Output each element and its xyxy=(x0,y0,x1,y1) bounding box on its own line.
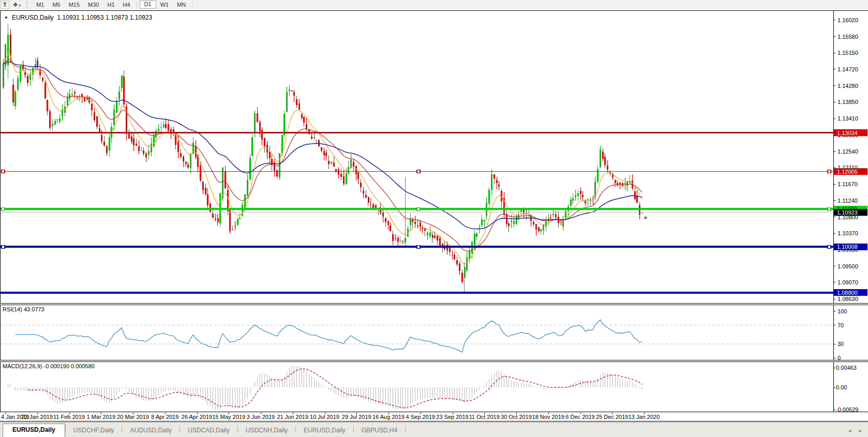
date-label: 23 Jan 2019 xyxy=(21,414,53,420)
price-tick-label: 1.13850 xyxy=(837,99,858,105)
price-tick-label: 1.11240 xyxy=(837,198,858,204)
line-handle[interactable] xyxy=(828,207,831,210)
line-handle[interactable] xyxy=(2,170,5,173)
macd-tick-label: -0.00529 xyxy=(836,406,858,412)
price-tick-label: 1.14280 xyxy=(837,83,858,89)
line-handle[interactable] xyxy=(417,170,420,173)
date-label: 30 Oct 2019 xyxy=(501,414,532,420)
chart-tab-gbpusd-h4[interactable]: GBPUSD,H4 xyxy=(354,425,405,437)
price-tick-label: 1.09500 xyxy=(837,263,858,269)
price-tick-label: 1.14720 xyxy=(837,66,858,72)
date-axis[interactable]: 4 Jan 201923 Jan 201911 Feb 20191 Mar 20… xyxy=(0,413,868,421)
date-label: 18 Nov 2019 xyxy=(532,414,564,420)
toolbar-separator xyxy=(137,2,138,8)
date-label: 10 Jul 2019 xyxy=(310,414,339,420)
svg-text:1.10923: 1.10923 xyxy=(837,209,858,216)
macd-tick-label: 0.00 xyxy=(836,384,847,390)
date-label: 16 Aug 2019 xyxy=(372,414,405,420)
timeframe-button-w1[interactable]: W1 xyxy=(156,1,173,8)
line-handle[interactable] xyxy=(828,245,831,248)
date-label: 11 Oct 2019 xyxy=(469,414,500,420)
toolbar-separator xyxy=(192,2,193,8)
price-tick-label: 1.13410 xyxy=(837,115,858,122)
chart-window: ▼ EURUSD,Daily 1.10931 1.10953 1.10873 1… xyxy=(0,10,868,421)
timeframe-button-m30[interactable]: M30 xyxy=(84,1,103,8)
top-toolbar: T ❖▾ M1M5M15M30H1H4D1W1MN xyxy=(0,0,868,9)
macd-indicator-label: MACD(12,26,9) -0.000190 0.000580 xyxy=(3,363,95,369)
svg-text:1.08800: 1.08800 xyxy=(837,290,858,296)
date-label: 20 Mar 2019 xyxy=(117,414,149,420)
line-handle[interactable] xyxy=(417,207,420,210)
chart-tab-usdcad-daily[interactable]: USDCAD,Daily xyxy=(180,425,237,437)
date-label: 3 Jun 2019 xyxy=(247,414,275,420)
price-tick-label: 1.16020 xyxy=(837,17,858,23)
date-label: 23 Sep 2019 xyxy=(436,414,468,420)
timeframe-button-group: M1M5M15M30H1H4D1W1MN xyxy=(32,1,190,9)
price-tick-label: 1.12540 xyxy=(837,148,858,155)
price-tick-label: 1.11670 xyxy=(837,181,858,187)
date-label: 8 Apr 2019 xyxy=(151,414,178,420)
price-tick-label: 1.15150 xyxy=(837,50,858,56)
chart-title: ▼ EURUSD,Daily 1.10931 1.10953 1.10873 1… xyxy=(4,14,152,21)
text-label-tool-icon[interactable]: T xyxy=(1,1,9,9)
date-label: 4 Sep 2019 xyxy=(406,414,435,420)
chart-tab-eurusd-daily[interactable]: EURUSD,Daily xyxy=(296,425,353,437)
main-price-chart[interactable]: 1.160201.155801.151501.147201.142801.138… xyxy=(0,11,868,304)
date-label: 26 Apr 2019 xyxy=(182,414,212,420)
date-label: 15 May 2019 xyxy=(212,414,245,420)
line-handle[interactable] xyxy=(828,170,831,173)
timeframe-button-m15[interactable]: M15 xyxy=(65,1,84,8)
chart-tab-audusd-daily[interactable]: AUDUSD,Daily xyxy=(122,425,179,437)
date-label: 11 Feb 2019 xyxy=(53,414,85,420)
svg-text:1.12005: 1.12005 xyxy=(837,169,858,175)
price-tick-label: 1.08630 xyxy=(837,296,858,302)
tab-scroll-left-icon[interactable]: ◄ xyxy=(847,428,852,433)
date-label: 29 Jul 2019 xyxy=(342,414,371,420)
price-tick-label: 1.09070 xyxy=(837,279,858,285)
line-handle[interactable] xyxy=(417,245,420,248)
chart-tab-usdchf-daily[interactable]: USDCHF,Daily xyxy=(66,425,122,437)
chart-tab-eurusd-daily[interactable]: EURUSD,Daily xyxy=(3,424,65,437)
tab-scroll-right-icon[interactable]: ► xyxy=(858,428,863,433)
chart-symbol-label: EURUSD,Daily xyxy=(12,14,54,21)
rsi-tick-label: 100 xyxy=(837,308,847,314)
rsi-tick-label: 30 xyxy=(837,341,844,347)
timeframe-button-h1[interactable]: H1 xyxy=(103,1,119,8)
macd-panel[interactable]: 0.004630.00-0.00529 xyxy=(0,361,868,412)
chart-tab-bar: EURUSD,DailyUSDCHF,DailyAUDUSD,DailyUSDC… xyxy=(0,422,868,437)
rsi-tick-label: 70 xyxy=(837,322,844,328)
price-tick-label: 1.10370 xyxy=(837,230,858,236)
date-label: 25 Dec 2019 xyxy=(596,414,628,420)
timeframe-button-m5[interactable]: M5 xyxy=(48,1,64,8)
rsi-panel[interactable]: 10070300 xyxy=(0,305,868,360)
toolbar-grip xyxy=(26,2,29,8)
timeframe-button-mn[interactable]: MN xyxy=(173,1,190,8)
chart-dropdown-icon[interactable]: ▼ xyxy=(4,16,8,20)
date-label: 13 Jan 2020 xyxy=(628,414,660,420)
chevron-down-icon: ▾ xyxy=(19,4,21,7)
chart-tab-usdcnh-daily[interactable]: USDCNH,Daily xyxy=(238,425,295,437)
date-label: 1 Mar 2019 xyxy=(86,414,115,420)
rsi-tick-label: 0 xyxy=(837,355,841,360)
chart-ohlc-values: 1.10931 1.10953 1.10873 1.10923 xyxy=(57,14,153,21)
price-tick-label: 1.15580 xyxy=(837,34,858,40)
timeframe-button-d1[interactable]: D1 xyxy=(140,1,156,9)
objects-tool-button[interactable]: ❖▾ xyxy=(10,1,23,9)
objects-tool-icon: ❖ xyxy=(13,2,18,8)
svg-text:1.13034: 1.13034 xyxy=(837,130,858,136)
date-label: 6 Dec 2019 xyxy=(565,414,594,420)
tab-separator xyxy=(405,426,406,433)
macd-tick-label: 0.00463 xyxy=(836,365,857,371)
line-handle[interactable] xyxy=(2,207,5,210)
date-label: 21 Jun 2019 xyxy=(277,414,308,420)
rsi-indicator-label: RSI(14) 43.0773 xyxy=(3,306,44,312)
svg-text:1.10008: 1.10008 xyxy=(837,244,858,250)
timeframe-button-m1[interactable]: M1 xyxy=(32,1,48,8)
line-handle[interactable] xyxy=(2,245,5,248)
timeframe-button-h4[interactable]: H4 xyxy=(119,1,134,8)
